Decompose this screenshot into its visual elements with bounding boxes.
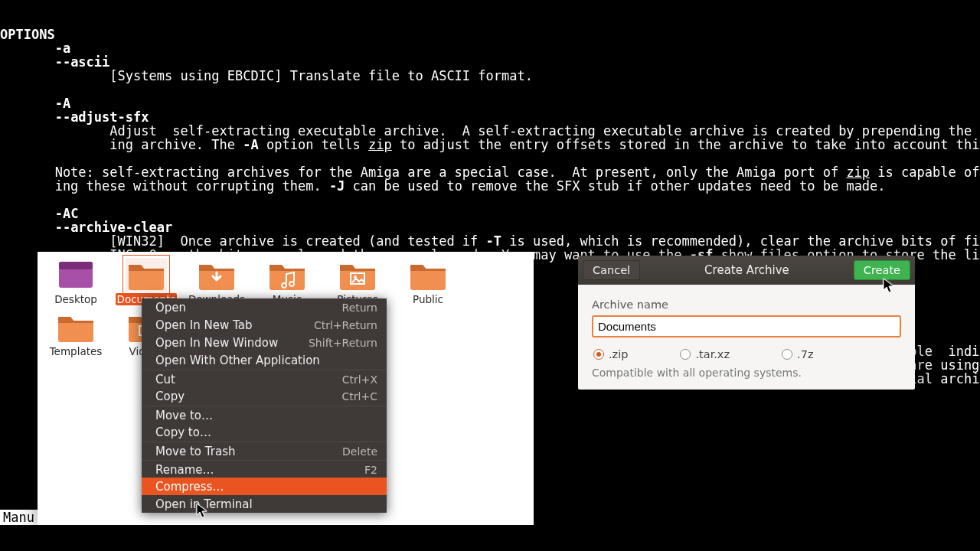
menu-item-label: Open In New Window	[155, 336, 278, 350]
menu-item-label: Copy to…	[155, 425, 211, 439]
folder-icon	[55, 258, 96, 292]
menu-item-move-to[interactable]: Move to…	[142, 406, 387, 423]
folder-icon	[126, 258, 167, 292]
menu-item-label: Compress…	[155, 480, 224, 494]
format-option-tarxz[interactable]: .tar.xz	[680, 348, 730, 360]
folder-icon	[407, 258, 449, 292]
cancel-button[interactable]: Cancel	[583, 260, 640, 280]
manual-status-bar: Manu	[0, 510, 38, 525]
svg-rect-1	[59, 262, 93, 269]
folder-label: Public	[413, 293, 443, 305]
menu-item-label: Move to…	[155, 409, 213, 422]
menu-item-label: Cut	[155, 373, 175, 386]
folder-label: Desktop	[54, 293, 97, 305]
folder-icon	[196, 258, 237, 292]
format-radio-group: .zip.tar.xz.7z	[592, 348, 901, 360]
menu-item-rename[interactable]: Rename…F2	[142, 460, 387, 478]
context-menu: OpenReturnOpen In New TabCtrl+ReturnOpen…	[142, 298, 387, 513]
menu-item-open-in-new-window[interactable]: Open In New WindowShift+Return	[142, 334, 387, 351]
menu-item-accel: Ctrl+C	[342, 390, 377, 403]
format-radio-7z[interactable]	[782, 349, 792, 360]
menu-item-compress[interactable]: Compress…	[142, 478, 387, 495]
menu-item-cut[interactable]: CutCtrl+X	[142, 370, 387, 387]
menu-item-copy-to[interactable]: Copy to…	[142, 423, 387, 441]
menu-item-open-in-terminal[interactable]: Open in Terminal	[142, 495, 387, 513]
menu-item-open[interactable]: OpenReturn	[142, 298, 387, 316]
menu-item-accel: Ctrl+Return	[314, 319, 377, 331]
menu-item-accel: Return	[342, 302, 377, 314]
folder-icon	[337, 258, 378, 292]
format-label: .7z	[797, 348, 813, 360]
format-note: Compatible with all operating systems.	[592, 367, 901, 379]
menu-item-accel: Delete	[342, 445, 377, 458]
folder-public[interactable]: Public	[393, 256, 463, 308]
menu-item-label: Rename…	[155, 463, 214, 477]
create-button[interactable]: Create	[854, 260, 910, 280]
menu-item-accel: Ctrl+X	[342, 373, 377, 386]
folder-desktop[interactable]: Desktop	[41, 256, 111, 308]
dialog-title: Create Archive	[645, 263, 849, 277]
format-label: .zip	[609, 348, 628, 360]
menu-item-open-in-new-tab[interactable]: Open In New TabCtrl+Return	[142, 316, 387, 334]
menu-item-accel: Shift+Return	[309, 337, 377, 349]
folder-templates[interactable]: Templates	[41, 308, 111, 360]
format-label: .tar.xz	[695, 348, 730, 360]
folder-icon	[266, 258, 308, 292]
menu-item-accel: F2	[364, 464, 377, 476]
format-radio-tarxz[interactable]	[680, 349, 691, 360]
dialog-body: Archive name .zip.tar.xz.7z Compatible w…	[578, 285, 915, 390]
menu-item-move-to-trash[interactable]: Move to TrashDelete	[142, 442, 387, 459]
menu-item-label: Open In New Tab	[155, 318, 252, 332]
menu-item-open-with-other-application[interactable]: Open With Other Application	[142, 351, 387, 369]
menu-item-label: Move to Trash	[155, 445, 235, 458]
menu-item-label: Open in Terminal	[155, 497, 253, 511]
folder-label: Templates	[50, 345, 103, 357]
menu-item-copy[interactable]: CopyCtrl+C	[142, 387, 387, 405]
create-archive-dialog: Cancel Create Archive Create Archive nam…	[578, 256, 915, 390]
format-option-zip[interactable]: .zip	[593, 348, 628, 360]
menu-item-label: Open With Other Application	[155, 354, 320, 367]
dialog-header: Cancel Create Archive Create	[578, 256, 915, 285]
format-radio-zip[interactable]	[593, 349, 604, 360]
folder-icon	[55, 310, 96, 344]
menu-item-label: Open	[155, 301, 186, 315]
archive-name-label: Archive name	[592, 298, 901, 311]
archive-name-input[interactable]	[592, 315, 901, 337]
menu-item-label: Copy	[155, 390, 185, 403]
format-option-7z[interactable]: .7z	[782, 348, 813, 360]
